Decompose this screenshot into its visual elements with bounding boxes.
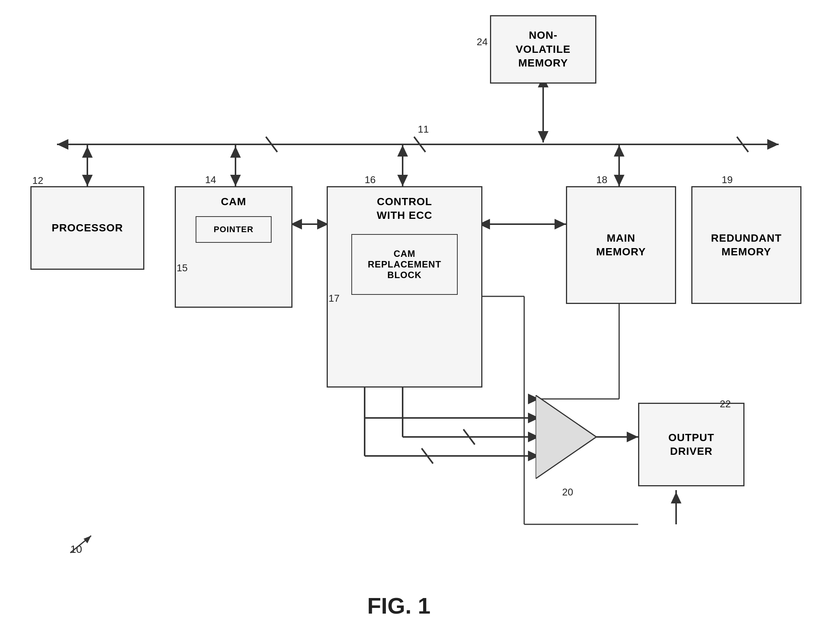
output-driver-label: OUTPUT DRIVER: [668, 431, 714, 459]
control-ecc-ref: 16: [365, 174, 376, 186]
output-driver-block: OUTPUT DRIVER: [638, 403, 744, 486]
pointer-block: POINTER: [196, 216, 272, 243]
diagram-container: NON- VOLATILE MEMORY 24 11 PROCESSOR 12 …: [0, 0, 825, 644]
bus-ref: 11: [418, 123, 429, 135]
svg-marker-38: [627, 432, 638, 442]
svg-marker-1: [57, 139, 68, 150]
svg-marker-48: [536, 395, 596, 479]
svg-line-33: [422, 448, 433, 464]
svg-marker-25: [555, 219, 566, 229]
processor-block: PROCESSOR: [30, 186, 144, 270]
svg-marker-9: [82, 146, 93, 158]
cam-replacement-ref: 17: [329, 293, 340, 304]
svg-marker-40: [671, 492, 681, 503]
svg-marker-2: [767, 139, 779, 150]
processor-ref: 12: [32, 175, 43, 187]
cam-ref: 14: [205, 174, 216, 186]
svg-line-47: [737, 137, 748, 152]
svg-marker-16: [397, 175, 408, 186]
cam-label: CAM: [221, 195, 247, 209]
svg-marker-7: [538, 131, 548, 142]
main-memory-block: MAIN MEMORY: [566, 186, 676, 304]
pointer-ref: 15: [177, 262, 188, 274]
fig-caption: FIG. 1: [323, 593, 475, 619]
non-volatile-memory-label: NON- VOLATILE MEMORY: [516, 28, 571, 70]
svg-line-30: [463, 429, 475, 445]
control-ecc-label: CONTROL WITH ECC: [377, 195, 432, 223]
main-memory-label: MAIN MEMORY: [596, 231, 646, 259]
control-ecc-block: CONTROL WITH ECC CAM REPLACEMENT BLOCK: [327, 186, 482, 388]
svg-marker-50: [84, 536, 91, 543]
system-ref-arrow: [66, 532, 97, 555]
svg-marker-19: [614, 175, 624, 186]
redundant-memory-label: REDUNDANT MEMORY: [711, 231, 782, 259]
mux-shape: [536, 395, 600, 479]
redundant-memory-block: REDUNDANT MEMORY: [691, 186, 801, 304]
pointer-label: POINTER: [214, 225, 254, 234]
cam-replacement-block: CAM REPLACEMENT BLOCK: [351, 234, 458, 295]
redundant-memory-ref: 19: [722, 174, 733, 186]
svg-line-4: [414, 137, 425, 152]
svg-marker-18: [614, 145, 624, 157]
svg-marker-15: [397, 145, 408, 157]
svg-marker-13: [230, 175, 241, 186]
svg-marker-12: [230, 146, 241, 158]
svg-line-3: [266, 137, 277, 152]
cam-replacement-label: CAM REPLACEMENT BLOCK: [368, 248, 441, 280]
mux-ref: 20: [562, 486, 573, 498]
main-memory-ref: 18: [596, 174, 607, 186]
non-volatile-ref: 24: [477, 36, 488, 48]
output-driver-ref: 22: [720, 398, 731, 410]
processor-label: PROCESSOR: [52, 221, 123, 235]
non-volatile-memory-block: NON- VOLATILE MEMORY: [490, 15, 596, 84]
svg-marker-10: [82, 175, 93, 186]
cam-block: CAM POINTER: [175, 186, 292, 308]
